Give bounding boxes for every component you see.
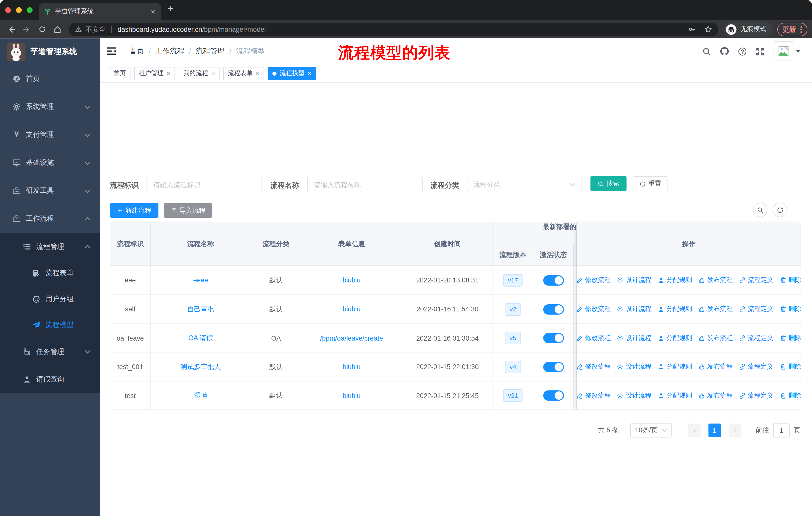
breadcrumb[interactable]: 首页/工作流程/流程管理/流程模型 — [129, 38, 265, 64]
page-size-select[interactable]: 10条/页 — [630, 423, 672, 438]
form-info-link[interactable]: biubiu — [343, 391, 360, 399]
active-toggle[interactable] — [543, 361, 563, 372]
process-name-link[interactable]: 自己审批 — [187, 305, 214, 314]
sidebar-item-流程表单[interactable]: 流程表单 — [0, 260, 100, 286]
tag-流程表单[interactable]: 流程表单× — [223, 66, 264, 80]
form-info-link[interactable]: biubiu — [343, 363, 360, 371]
action-流程定义[interactable]: 流程定义 — [739, 333, 774, 343]
breadcrumb-item[interactable]: 工作流程 — [155, 47, 184, 56]
browser-update-button[interactable]: 更新 — [777, 22, 807, 36]
forward-icon[interactable] — [23, 25, 31, 33]
address-bar[interactable]: 不安全 dashboard.yudao.iocoder.cn/bpm/manag… — [69, 22, 718, 36]
action-设计流程[interactable]: 设计流程 — [617, 391, 651, 400]
sidebar-item-用户分组[interactable]: 用户分组 — [0, 286, 100, 312]
action-删除[interactable]: 删除 — [780, 391, 801, 400]
active-toggle[interactable] — [543, 333, 563, 343]
action-分配规则[interactable]: 分配规则 — [658, 333, 692, 343]
filter-name-input[interactable] — [307, 177, 423, 192]
browser-tab[interactable]: 芋道管理系统 — [39, 3, 161, 20]
action-流程定义[interactable]: 流程定义 — [739, 305, 774, 314]
filter-id-input[interactable] — [146, 177, 262, 192]
process-name-link[interactable]: 滔博 — [194, 391, 207, 400]
traffic-minimize-button[interactable] — [16, 7, 22, 13]
reset-button[interactable]: 重置 — [633, 176, 668, 191]
sidebar-collapse-icon[interactable] — [107, 47, 117, 55]
sidebar-item-基础设施[interactable]: 基础设施 — [0, 148, 100, 176]
action-修改流程[interactable]: 修改流程 — [577, 362, 611, 371]
bookmark-star-icon[interactable] — [704, 25, 712, 33]
key-icon[interactable] — [688, 25, 696, 33]
reload-icon[interactable] — [38, 25, 46, 33]
prev-page-button[interactable]: ‹ — [688, 424, 700, 437]
tag-close-icon[interactable]: × — [308, 70, 311, 77]
current-page-button[interactable]: 1 — [708, 424, 721, 437]
action-删除[interactable]: 删除 — [780, 276, 801, 285]
import-process-button[interactable]: 导入流程 — [164, 203, 212, 218]
tag-close-icon[interactable]: × — [256, 70, 259, 77]
sidebar-item-请假查询[interactable]: 请假查询 — [0, 365, 100, 393]
tag-租户管理[interactable]: 租户管理× — [134, 66, 175, 80]
goto-page-input[interactable] — [773, 423, 790, 438]
tag-首页[interactable]: 首页 — [109, 66, 130, 80]
tag-close-icon[interactable]: × — [211, 70, 215, 77]
sidebar-item-系统管理[interactable]: 系统管理 — [0, 93, 100, 121]
new-tab-button[interactable] — [167, 5, 174, 12]
tag-close-icon[interactable]: × — [167, 70, 170, 77]
action-设计流程[interactable]: 设计流程 — [617, 333, 651, 343]
active-toggle[interactable] — [543, 275, 563, 285]
action-修改流程[interactable]: 修改流程 — [577, 305, 611, 314]
form-info-link[interactable]: biubiu — [343, 305, 360, 313]
sidebar-item-支付管理[interactable]: ¥支付管理 — [0, 121, 100, 148]
breadcrumb-item[interactable]: 首页 — [129, 47, 144, 56]
action-删除[interactable]: 删除 — [780, 333, 801, 343]
refresh-table-button[interactable] — [773, 202, 787, 217]
browser-menu-dots-icon[interactable] — [800, 26, 802, 33]
create-process-button[interactable]: 新建流程 — [110, 203, 158, 218]
traffic-zoom-button[interactable] — [27, 7, 33, 13]
breadcrumb-item[interactable]: 流程管理 — [196, 47, 225, 56]
active-toggle[interactable] — [543, 304, 563, 315]
sidebar-item-首页[interactable]: 首页 — [0, 65, 100, 93]
sidebar-item-任务管理[interactable]: 任务管理 — [0, 338, 100, 365]
sidebar-item-工作流程[interactable]: 工作流程 — [0, 205, 100, 233]
action-设计流程[interactable]: 设计流程 — [617, 276, 651, 285]
form-info-link[interactable]: biubiu — [343, 276, 360, 284]
avatar[interactable] — [774, 42, 793, 61]
action-分配规则[interactable]: 分配规则 — [658, 391, 692, 400]
header-search-icon[interactable] — [702, 47, 711, 56]
action-修改流程[interactable]: 修改流程 — [577, 276, 611, 285]
sidebar-logo[interactable]: 芋道管理系统 — [0, 38, 100, 65]
action-发布流程[interactable]: 发布流程 — [698, 391, 733, 400]
filter-category-select[interactable]: 流程分类 — [467, 177, 582, 192]
tag-我的流程[interactable]: 我的流程× — [179, 66, 220, 80]
sidebar-item-研发工具[interactable]: 研发工具 — [0, 177, 100, 205]
process-name-link[interactable]: eeee — [193, 276, 208, 284]
traffic-close-button[interactable] — [5, 7, 11, 13]
action-修改流程[interactable]: 修改流程 — [577, 391, 611, 400]
back-icon[interactable] — [7, 25, 16, 33]
github-icon[interactable] — [720, 47, 729, 56]
active-toggle[interactable] — [543, 390, 563, 401]
process-name-link[interactable]: 测试多审批人 — [180, 362, 221, 371]
tag-流程模型[interactable]: 流程模型× — [268, 66, 316, 80]
action-发布流程[interactable]: 发布流程 — [698, 333, 733, 343]
action-流程定义[interactable]: 流程定义 — [739, 276, 774, 285]
process-name-link[interactable]: OA 请假 — [188, 333, 213, 343]
action-分配规则[interactable]: 分配规则 — [658, 305, 692, 314]
action-设计流程[interactable]: 设计流程 — [617, 362, 651, 371]
action-修改流程[interactable]: 修改流程 — [577, 333, 611, 343]
action-删除[interactable]: 删除 — [780, 305, 801, 314]
action-发布流程[interactable]: 发布流程 — [698, 305, 733, 314]
next-page-button[interactable]: › — [729, 424, 741, 437]
toggle-search-button[interactable] — [753, 202, 767, 217]
home-icon[interactable] — [53, 25, 62, 33]
tab-close-icon[interactable] — [150, 9, 156, 15]
action-流程定义[interactable]: 流程定义 — [739, 391, 774, 400]
form-info-link[interactable]: /bpm/oa/leave/create — [320, 334, 383, 342]
fullscreen-icon[interactable] — [756, 47, 765, 56]
help-icon[interactable] — [738, 47, 747, 56]
sidebar-item-流程管理[interactable]: 流程管理 — [0, 233, 100, 260]
sidebar-item-流程模型[interactable]: 流程模型 — [0, 312, 100, 338]
action-发布流程[interactable]: 发布流程 — [698, 276, 733, 285]
action-分配规则[interactable]: 分配规则 — [658, 362, 692, 371]
